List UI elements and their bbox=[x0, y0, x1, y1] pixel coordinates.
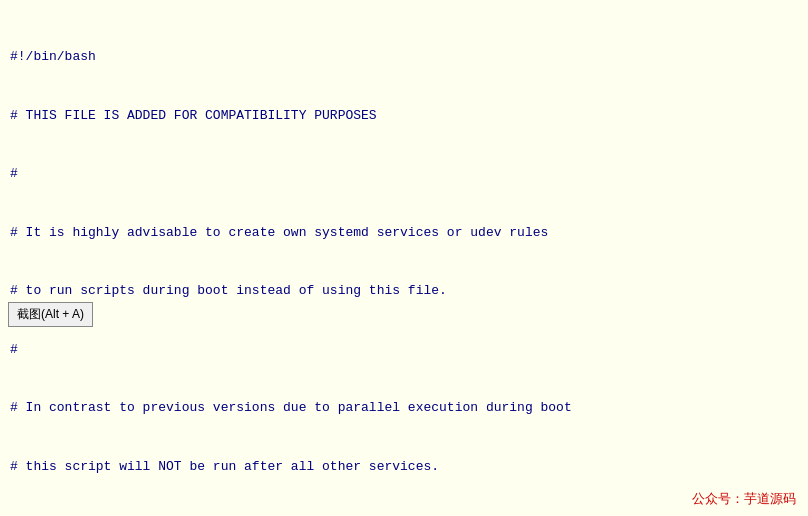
line-contrast1: # In contrast to previous versions due t… bbox=[10, 398, 798, 418]
line-shebang: #!/bin/bash bbox=[10, 47, 798, 67]
line-blank2: # bbox=[10, 340, 798, 360]
editor-container: #!/bin/bash # THIS FILE IS ADDED FOR COM… bbox=[0, 0, 808, 516]
line-compatibility: # THIS FILE IS ADDED FOR COMPATIBILITY P… bbox=[10, 106, 798, 126]
line-advisable1: # It is highly advisable to create own s… bbox=[10, 223, 798, 243]
watermark: 公众号：芋道源码 bbox=[692, 490, 796, 508]
line-blank1: # bbox=[10, 164, 798, 184]
context-menu[interactable]: 截图(Alt + A) bbox=[8, 302, 93, 327]
line-advisable2: # to run scripts during boot instead of … bbox=[10, 281, 798, 301]
code-area: #!/bin/bash # THIS FILE IS ADDED FOR COM… bbox=[10, 8, 798, 516]
line-contrast2: # this script will NOT be run after all … bbox=[10, 457, 798, 477]
